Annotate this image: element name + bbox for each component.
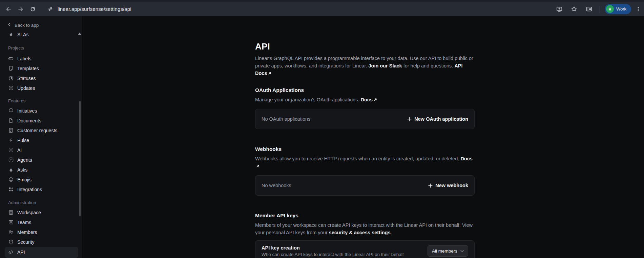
new-oauth-application-button[interactable]: New OAuth application xyxy=(407,116,468,122)
updates-icon xyxy=(8,85,14,91)
oauth-empty-text: No OAuth applications xyxy=(262,116,310,122)
integrations-icon xyxy=(8,187,14,192)
label-icon xyxy=(8,56,14,61)
kebab-menu-icon[interactable] xyxy=(635,3,642,15)
sidebar-item-label: SLAs xyxy=(17,32,28,37)
sparkle-icon xyxy=(8,147,14,153)
members-icon xyxy=(8,230,14,235)
sidebar-item-initiatives[interactable]: Initiatives xyxy=(0,106,82,116)
sidebar-item-api[interactable]: API xyxy=(5,247,78,258)
oauth-heading: OAuth Applications xyxy=(255,87,475,94)
shield-icon xyxy=(8,239,14,245)
scroll-up-indicator xyxy=(78,33,81,35)
settings-sidebar: Back to app SLAs Projects Labels Templat… xyxy=(0,16,82,258)
chevron-down-icon xyxy=(460,250,464,252)
sidebar-item-label: Asks xyxy=(17,167,27,173)
omnibox[interactable]: linear.app/surfsense/settings/api xyxy=(46,5,131,13)
sidebar-item-agents[interactable]: Agents xyxy=(0,155,82,165)
site-settings-icon[interactable] xyxy=(46,5,54,13)
agents-icon xyxy=(8,157,14,163)
oauth-docs-link[interactable]: Docs xyxy=(360,97,372,102)
webhooks-card: No webhooks New webhook xyxy=(255,175,475,196)
oauth-description-text: Manage your organization's OAuth applica… xyxy=(255,97,360,102)
oauth-description: Manage your organization's OAuth applica… xyxy=(255,96,475,103)
sidebar-section-administration: Administration xyxy=(8,199,82,206)
sidebar-item-label: Pulse xyxy=(17,138,29,143)
sidebar-item-labels[interactable]: Labels xyxy=(0,54,82,63)
sidebar-item-label: Customer requests xyxy=(17,128,57,133)
sidebar-item-security[interactable]: Security xyxy=(0,237,82,247)
api-key-creation-dropdown[interactable]: All members xyxy=(428,245,468,257)
forward-arrow-icon[interactable] xyxy=(15,3,26,15)
sidebar-item-label: Labels xyxy=(17,56,31,61)
sidebar-item-slas[interactable]: SLAs xyxy=(0,29,82,39)
plus-icon xyxy=(407,117,412,121)
api-key-creation-title: API key creation xyxy=(262,245,403,251)
linear-settings-app: Back to app SLAs Projects Labels Templat… xyxy=(0,16,644,258)
intro-text: for help and questions. xyxy=(402,63,455,68)
profile-name: Work xyxy=(616,6,626,12)
sidebar-item-label: Statuses xyxy=(17,76,36,81)
customer-requests-icon xyxy=(8,128,14,133)
back-arrow-icon[interactable] xyxy=(3,3,14,15)
sidebar-item-customer-requests[interactable]: Customer requests xyxy=(0,125,82,135)
browser-profile-chip[interactable]: R Work xyxy=(605,4,631,14)
sidebar-item-workspace[interactable]: Workspace xyxy=(0,207,82,217)
new-webhook-button[interactable]: New webhook xyxy=(428,183,468,188)
browser-chrome: linear.app/surfsense/settings/api R Work xyxy=(0,0,644,16)
webhooks-docs-link[interactable]: Docs xyxy=(460,156,472,161)
new-oauth-application-label: New OAuth application xyxy=(414,116,468,122)
webhooks-heading: Webhooks xyxy=(255,146,475,153)
join-slack-link[interactable]: Join our Slack xyxy=(368,63,402,68)
sidebar-item-statuses[interactable]: Statuses xyxy=(0,73,82,83)
sidebar-item-label: API xyxy=(17,250,25,255)
new-webhook-label: New webhook xyxy=(435,183,468,188)
member-api-keys-description: Members of your workspace can create API… xyxy=(255,221,475,236)
member-api-keys-heading: Member API keys xyxy=(255,213,475,219)
api-key-creation-text: API key creation Who can create API keys… xyxy=(262,245,403,257)
asks-icon xyxy=(8,167,14,173)
webhooks-empty-text: No webhooks xyxy=(262,183,291,188)
plus-icon xyxy=(428,183,433,188)
sidebar-item-label: Integrations xyxy=(17,187,42,192)
sidebar-item-ai[interactable]: AI xyxy=(0,145,82,155)
webhooks-description-text: Webhooks allow you to receive HTTP reque… xyxy=(255,156,460,161)
back-to-app-button[interactable]: Back to app xyxy=(7,21,82,29)
sidebar-item-label: Templates xyxy=(17,66,39,71)
sidebar-item-label: Workspace xyxy=(17,210,41,215)
sidebar-item-documents[interactable]: Documents xyxy=(0,116,82,125)
sidebar-item-label: Security xyxy=(17,239,35,245)
url-text[interactable]: linear.app/surfsense/settings/api xyxy=(58,6,131,12)
status-icon xyxy=(8,76,14,81)
bookmark-star-icon[interactable] xyxy=(568,3,580,15)
workspace-icon xyxy=(8,210,14,215)
external-link-icon xyxy=(374,96,377,103)
sidebar-item-asks[interactable]: Asks xyxy=(0,165,82,175)
sidebar-scrollbar[interactable] xyxy=(79,101,81,216)
sidebar-item-updates[interactable]: Updates xyxy=(0,83,82,93)
sidebar-item-teams[interactable]: Teams xyxy=(0,217,82,227)
sidebar-item-label: AI xyxy=(17,147,22,153)
install-app-icon[interactable] xyxy=(554,3,565,15)
external-link-icon xyxy=(256,162,259,170)
sidebar-item-members[interactable]: Members xyxy=(0,227,82,237)
profile-avatar: R xyxy=(606,5,614,13)
reload-icon[interactable] xyxy=(27,3,39,15)
sidebar-item-integrations[interactable]: Integrations xyxy=(0,184,82,194)
api-key-creation-description: Who can create API keys to interact with… xyxy=(262,252,403,257)
search-panel-icon[interactable] xyxy=(583,3,595,15)
sidebar-item-pulse[interactable]: Pulse xyxy=(0,135,82,145)
sidebar-item-templates[interactable]: Templates xyxy=(0,63,82,73)
sidebar-item-label: Emojis xyxy=(17,177,32,182)
api-key-creation-card: API key creation Who can create API keys… xyxy=(255,240,475,258)
sidebar-item-label: Documents xyxy=(17,118,41,123)
document-icon xyxy=(8,118,14,123)
template-icon xyxy=(8,66,14,71)
security-access-settings-link[interactable]: security & access settings xyxy=(329,230,391,235)
sidebar-item-emojis[interactable]: Emojis xyxy=(0,175,82,184)
settings-main: API Linear's GraphQL API provides a prog… xyxy=(82,16,644,258)
member-api-keys-description-period: . xyxy=(391,230,392,235)
sidebar-section-projects: Projects xyxy=(8,45,82,52)
sidebar-item-label: Agents xyxy=(17,157,32,163)
sidebar-item-label: Teams xyxy=(17,220,31,225)
